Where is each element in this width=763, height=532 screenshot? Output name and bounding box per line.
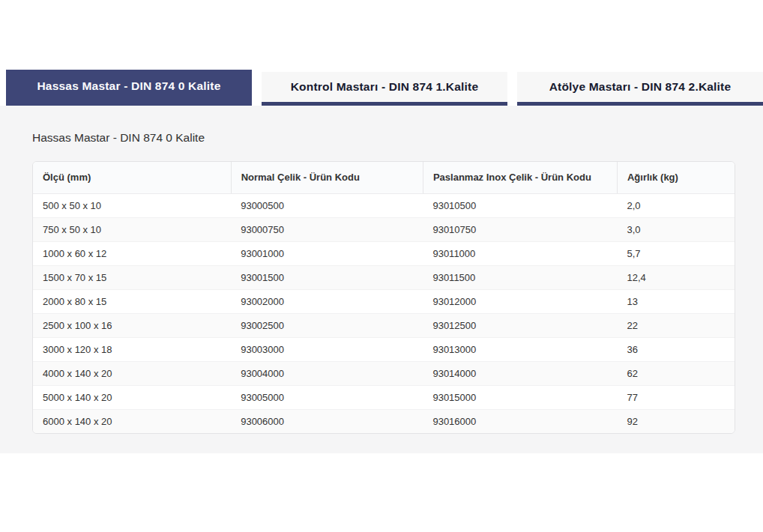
table-cell: 93002500 <box>231 314 423 338</box>
table-cell: 93000500 <box>231 194 423 218</box>
table-cell: 93003000 <box>231 338 423 362</box>
column-header: Paslanmaz Inox Çelik - Ürün Kodu <box>423 162 617 194</box>
table-cell: 93000750 <box>231 218 423 242</box>
panel-heading: Hassas Mastar - DIN 874 0 Kalite <box>32 131 205 145</box>
table-row: 2000 x 80 x 15930020009301200013 <box>33 290 735 314</box>
column-header: Ağırlık (kg) <box>617 162 735 194</box>
table-cell: 2500 x 100 x 16 <box>33 314 231 338</box>
table-row: 3000 x 120 x 18930030009301300036 <box>33 338 735 362</box>
table-cell: 93004000 <box>231 362 423 386</box>
table-cell: 3000 x 120 x 18 <box>33 338 231 362</box>
table-cell: 93015000 <box>423 386 617 410</box>
table-cell: 36 <box>617 338 735 362</box>
table-cell: 93001500 <box>231 266 423 290</box>
table-cell: 93010500 <box>423 194 617 218</box>
table-cell: 1000 x 60 x 12 <box>33 242 231 266</box>
table-row: 1500 x 70 x 15930015009301150012,4 <box>33 266 735 290</box>
size-table: Ölçü (mm)Normal Çelik - Ürün KoduPaslanm… <box>33 162 735 433</box>
table-cell: 93012000 <box>423 290 617 314</box>
table-cell: 4000 x 140 x 20 <box>33 362 231 386</box>
table-cell: 77 <box>617 386 735 410</box>
table-cell: 12,4 <box>617 266 735 290</box>
tab-1[interactable]: Kontrol Mastarı - DIN 874 1.Kalite <box>262 72 507 106</box>
table-cell: 3,0 <box>617 218 735 242</box>
table-cell: 2000 x 80 x 15 <box>33 290 231 314</box>
tab-label: Atölye Mastarı - DIN 874 2.Kalite <box>549 80 732 93</box>
table-cell: 93002000 <box>231 290 423 314</box>
tab-label: Hassas Mastar - DIN 874 0 Kalite <box>37 79 220 92</box>
tab-panel: Hassas Mastar - DIN 874 0 Kalite Ölçü (m… <box>0 106 763 453</box>
table-row: 2500 x 100 x 16930025009301250022 <box>33 314 735 338</box>
table-row: 6000 x 140 x 20930060009301600092 <box>33 410 735 434</box>
table-cell: 93011500 <box>423 266 617 290</box>
table-cell: 750 x 50 x 10 <box>33 218 231 242</box>
table-cell: 93014000 <box>423 362 617 386</box>
table-cell: 93005000 <box>231 386 423 410</box>
table-cell: 5,7 <box>617 242 735 266</box>
tab-label: Kontrol Mastarı - DIN 874 1.Kalite <box>291 80 479 93</box>
table-cell: 93010750 <box>423 218 617 242</box>
table-cell: 62 <box>617 362 735 386</box>
table-row: 750 x 50 x 1093000750930107503,0 <box>33 218 735 242</box>
table-cell: 6000 x 140 x 20 <box>33 410 231 434</box>
column-header: Normal Çelik - Ürün Kodu <box>231 162 423 194</box>
table-cell: 93006000 <box>231 410 423 434</box>
table-row: 4000 x 140 x 20930040009301400062 <box>33 362 735 386</box>
table-cell: 93011000 <box>423 242 617 266</box>
table-cell: 92 <box>617 410 735 434</box>
table-header-row: Ölçü (mm)Normal Çelik - Ürün KoduPaslanm… <box>33 162 735 194</box>
table-row: 500 x 50 x 1093000500930105002,0 <box>33 194 735 218</box>
table-body: 500 x 50 x 1093000500930105002,0750 x 50… <box>33 194 735 434</box>
table-cell: 13 <box>617 290 735 314</box>
table-cell: 93012500 <box>423 314 617 338</box>
table-cell: 500 x 50 x 10 <box>33 194 231 218</box>
table-cell: 93016000 <box>423 410 617 434</box>
table-cell: 5000 x 140 x 20 <box>33 386 231 410</box>
tab-bar: Hassas Mastar - DIN 874 0 Kalite Kontrol… <box>6 70 763 106</box>
table-row: 5000 x 140 x 20930050009301500077 <box>33 386 735 410</box>
tab-0[interactable]: Hassas Mastar - DIN 874 0 Kalite <box>6 70 252 106</box>
table-row: 1000 x 60 x 1293001000930110005,7 <box>33 242 735 266</box>
tab-2[interactable]: Atölye Mastarı - DIN 874 2.Kalite <box>517 72 763 106</box>
table-cell: 93001000 <box>231 242 423 266</box>
column-header: Ölçü (mm) <box>33 162 231 194</box>
table-cell: 93013000 <box>423 338 617 362</box>
product-table-card: Ölçü (mm)Normal Çelik - Ürün KoduPaslanm… <box>32 161 735 434</box>
table-cell: 22 <box>617 314 735 338</box>
table-cell: 2,0 <box>617 194 735 218</box>
table-cell: 1500 x 70 x 15 <box>33 266 231 290</box>
